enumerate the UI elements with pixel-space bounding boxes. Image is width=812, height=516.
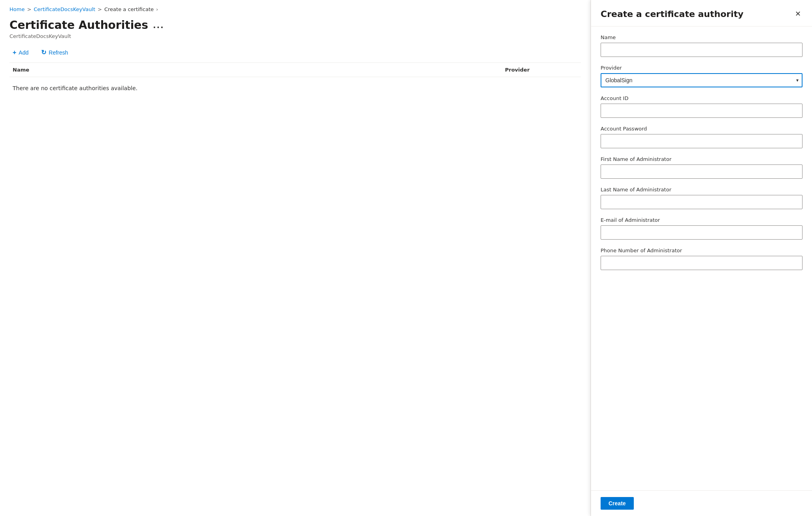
provider-select-wrapper: GlobalSign DigiCert ▾ xyxy=(601,73,803,87)
left-panel: Home > CertificateDocsKeyVault > Create … xyxy=(0,0,591,516)
close-panel-button[interactable]: ✕ xyxy=(793,8,803,20)
breadcrumb: Home > CertificateDocsKeyVault > Create … xyxy=(9,6,581,12)
add-button[interactable]: + Add xyxy=(9,47,32,58)
provider-field-group: Provider GlobalSign DigiCert ▾ xyxy=(601,65,803,87)
account-password-input[interactable] xyxy=(601,134,803,148)
more-options-icon[interactable]: ... xyxy=(153,21,164,30)
name-field-group: Name xyxy=(601,34,803,57)
last-name-label: Last Name of Administrator xyxy=(601,187,803,193)
breadcrumb-current: Create a certificate xyxy=(104,6,154,12)
first-name-field-group: First Name of Administrator xyxy=(601,156,803,179)
breadcrumb-home[interactable]: Home xyxy=(9,6,24,12)
email-field-group: E-mail of Administrator xyxy=(601,217,803,240)
right-panel: Create a certificate authority ✕ Name Pr… xyxy=(591,0,812,516)
last-name-input[interactable] xyxy=(601,195,803,209)
certificate-authorities-table: Name Provider There are no certificate a… xyxy=(9,62,581,99)
breadcrumb-sep-3: › xyxy=(156,6,158,12)
page-subtitle: CertificateDocsKeyVault xyxy=(9,33,581,39)
phone-label: Phone Number of Administrator xyxy=(601,248,803,253)
panel-title: Create a certificate authority xyxy=(601,9,744,19)
account-id-label: Account ID xyxy=(601,95,803,101)
email-input[interactable] xyxy=(601,225,803,240)
account-password-label: Account Password xyxy=(601,126,803,132)
breadcrumb-sep-1: > xyxy=(27,6,31,12)
name-input[interactable] xyxy=(601,43,803,57)
column-provider: Provider xyxy=(502,67,581,73)
refresh-button[interactable]: ↻ Refresh xyxy=(38,47,71,58)
empty-state-message: There are no certificate authorities ava… xyxy=(9,77,581,99)
create-button[interactable]: Create xyxy=(601,497,634,510)
email-label: E-mail of Administrator xyxy=(601,217,803,223)
provider-select[interactable]: GlobalSign DigiCert xyxy=(601,73,803,87)
provider-label: Provider xyxy=(601,65,803,71)
first-name-label: First Name of Administrator xyxy=(601,156,803,162)
page-title: Certificate Authorities xyxy=(9,19,148,32)
table-header: Name Provider xyxy=(9,63,581,77)
breadcrumb-keyvault[interactable]: CertificateDocsKeyVault xyxy=(34,6,95,12)
breadcrumb-sep-2: > xyxy=(98,6,102,12)
panel-footer: Create xyxy=(591,490,812,516)
refresh-label: Refresh xyxy=(49,49,68,56)
panel-body: Name Provider GlobalSign DigiCert ▾ Acco… xyxy=(591,26,812,490)
toolbar: + Add ↻ Refresh xyxy=(9,47,581,62)
name-label: Name xyxy=(601,34,803,40)
account-password-field-group: Account Password xyxy=(601,126,803,148)
phone-input[interactable] xyxy=(601,256,803,270)
last-name-field-group: Last Name of Administrator xyxy=(601,187,803,209)
phone-field-group: Phone Number of Administrator xyxy=(601,248,803,270)
column-name: Name xyxy=(9,67,502,73)
page-title-row: Certificate Authorities ... xyxy=(9,19,581,32)
plus-icon: + xyxy=(13,49,16,56)
refresh-icon: ↻ xyxy=(41,49,46,56)
account-id-input[interactable] xyxy=(601,104,803,118)
panel-header: Create a certificate authority ✕ xyxy=(591,0,812,26)
add-label: Add xyxy=(19,49,28,56)
first-name-input[interactable] xyxy=(601,164,803,179)
account-id-field-group: Account ID xyxy=(601,95,803,118)
